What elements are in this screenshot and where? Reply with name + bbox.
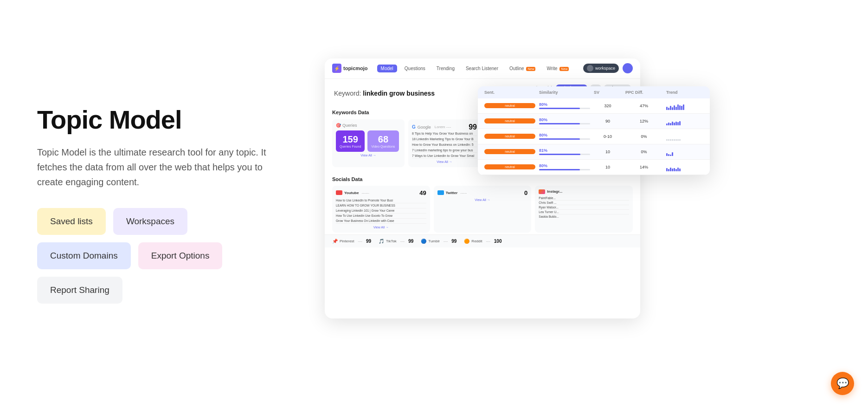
table-header: Sent. Similarity SV PPC Diff. Trend <box>478 86 710 98</box>
youtube-card: Youtube ------- 49 How to Use LinkedIn t… <box>332 186 430 233</box>
badge-report-sharing[interactable]: Report Sharing <box>37 277 122 304</box>
sentiment-badge: neutral <box>484 134 535 139</box>
reddit-icon: 🟠 <box>464 239 469 244</box>
badge-custom-domains[interactable]: Custom Domains <box>37 242 131 269</box>
list-item: Ryan Watsor... <box>539 205 629 210</box>
twitter-icon <box>437 190 444 195</box>
list-item: 8 Tips to Help You Grow Your Business on <box>412 131 477 136</box>
nav-tab-trending[interactable]: Trending <box>433 65 458 72</box>
nav-tab-write[interactable]: Write New <box>543 65 572 72</box>
chat-icon: 💬 <box>836 377 849 390</box>
nav-tab-outline[interactable]: Outline New <box>506 65 539 72</box>
section-header-socials: Socials Data <box>332 176 633 182</box>
list-item: Grow Your Business On LinkedIn with Case <box>336 219 426 224</box>
nav-tab-model[interactable]: Model <box>377 65 397 72</box>
badge-saved-lists[interactable]: Saved lists <box>37 208 106 235</box>
badge-row-2: Custom Domains Export Options <box>37 242 288 269</box>
instagram-icon <box>539 189 545 194</box>
chat-bubble[interactable]: 💬 <box>831 372 854 395</box>
list-item: Chris Swift ... <box>539 201 629 205</box>
list-item: Leveraging LinkedIn 101 | Grow Your Care… <box>336 208 426 214</box>
write-badge: New <box>559 67 569 71</box>
list-item: How to Use LinkedIn to Promote Your Busi <box>336 198 426 203</box>
sentiment-badge: neutral <box>484 149 535 154</box>
list-item: LEARN HOW TO GROW YOUR BUSINESS <box>336 203 426 208</box>
similarity-cell: 80% <box>539 102 590 109</box>
table-row: neutral 81% 10 0% <box>478 144 710 160</box>
similarity-cell: 81% <box>539 148 590 155</box>
video-questions-box: 68 Video Questions <box>367 130 399 152</box>
nav-tabs: Model Questions Trending Search Listener… <box>377 65 573 72</box>
table-row: neutral 80% 320 47% <box>478 98 710 114</box>
queries-found-box: 159 Queries Found <box>336 130 365 152</box>
reddit-item: 🟠 Reddit ---- 100 <box>464 239 502 244</box>
badges-grid: Saved lists Workspaces Custom Domains Ex… <box>37 208 288 304</box>
table-row: neutral 80% 90 12% <box>478 114 710 129</box>
bottom-social-bar: 📌 Pinterest ---- 99 🎵 TikTok ---- 99 🔵 T… <box>325 234 640 247</box>
nav-right: workspace <box>583 63 633 73</box>
pinterest-icon: 📌 <box>332 239 338 244</box>
table-row: neutral 80% 0-10 0% <box>478 129 710 144</box>
logo: ⚡ topicmojo <box>332 64 368 73</box>
similarity-cell: 80% <box>539 117 590 124</box>
workspace-button[interactable]: workspace <box>583 64 619 73</box>
badge-export-options[interactable]: Export Options <box>138 242 223 269</box>
trend-bars <box>666 102 703 110</box>
list-item: Lea Turner U... <box>539 210 629 214</box>
action-circle-button[interactable] <box>623 63 633 73</box>
trend-bars <box>666 163 703 171</box>
google-card: G Google Lorem ---- 99 8 Tips to Help Yo… <box>408 119 481 167</box>
queries-numbers: 159 Queries Found 68 Video Questions <box>336 130 401 152</box>
queries-view-all[interactable]: View All → <box>336 154 401 157</box>
table-body: neutral 80% 320 47% <box>478 98 710 175</box>
twitter-view-all[interactable]: View All → <box>437 198 528 201</box>
similarity-cell: 80% <box>539 133 590 140</box>
nav-tab-search-listener[interactable]: Search Listener <box>462 65 502 72</box>
pinterest-item: 📌 Pinterest ---- 99 <box>332 239 371 244</box>
sentiment-badge: neutral <box>484 164 535 169</box>
queries-card: 🎯 Queries 159 Queries Found 68 <box>332 119 405 167</box>
right-panel: ⚡ topicmojo Model Questions Trending Sea… <box>325 42 840 367</box>
screenshot-wrapper: ⚡ topicmojo Model Questions Trending Sea… <box>325 58 673 351</box>
list-item: How To Use LinkedIn Use Excelo To Grow <box>336 214 426 219</box>
dashboard-nav: ⚡ topicmojo Model Questions Trending Sea… <box>325 58 640 79</box>
socials-section: Socials Data Youtube ------- 49 <box>325 173 640 234</box>
list-item: Saskia Buldo... <box>539 214 629 219</box>
list-item: 7 Ways to Use LinkedIn to Grow Your Smal <box>412 154 477 158</box>
list-item: 18 LinkedIn Marketing Tips to Grow Your … <box>412 137 477 142</box>
page-title: Topic Model <box>37 105 288 134</box>
instagram-items: PaintFable... Chris Swift ... Ryan Watso… <box>539 196 629 219</box>
tumblr-icon: 🔵 <box>421 239 426 244</box>
youtube-icon <box>336 190 342 195</box>
table-card: Sent. Similarity SV PPC Diff. Trend neut… <box>478 86 710 175</box>
youtube-view-all[interactable]: View All → <box>336 226 426 229</box>
trend-bars <box>666 148 703 156</box>
twitter-card: Twitter ------ 0 View All → <box>434 186 532 233</box>
page-container: Topic Model Topic Model is the ultimate … <box>0 0 868 409</box>
youtube-list: How to Use LinkedIn to Promote Your Busi… <box>336 198 426 224</box>
tiktok-item: 🎵 TikTok ---- 99 <box>379 239 413 244</box>
badge-row-1: Saved lists Workspaces <box>37 208 288 235</box>
outline-badge: New <box>526 67 535 71</box>
list-item: PaintFable... <box>539 196 629 201</box>
tiktok-icon: 🎵 <box>379 239 384 244</box>
trend-bars <box>666 117 703 125</box>
page-description: Topic Model is the ultimate research too… <box>37 145 269 189</box>
keyword-display: Keyword: linkedin grow business <box>334 89 435 97</box>
left-panel: Topic Model Topic Model is the ultimate … <box>37 105 288 304</box>
sentiment-badge: neutral <box>484 118 535 123</box>
socials-row: Youtube ------- 49 How to Use LinkedIn t… <box>332 186 633 233</box>
trend-bars <box>666 132 703 141</box>
google-list: 8 Tips to Help You Grow Your Business on… <box>412 131 477 158</box>
nav-tab-questions[interactable]: Questions <box>401 65 429 72</box>
logo-icon: ⚡ <box>332 64 341 73</box>
badge-workspaces[interactable]: Workspaces <box>113 208 187 235</box>
badge-row-3: Report Sharing <box>37 277 288 304</box>
tumblr-item: 🔵 Tumblr ---- 99 <box>421 239 457 244</box>
similarity-cell: 80% <box>539 163 590 170</box>
table-row: neutral 80% 10 14% <box>478 160 710 175</box>
instagram-card: Instagr... PaintFable... Chris Swift ...… <box>535 186 633 233</box>
list-item: How to Grow Your Business on LinkedIn: 5 <box>412 143 477 147</box>
google-view-all[interactable]: View All → <box>412 160 477 163</box>
sentiment-badge: neutral <box>484 103 535 108</box>
